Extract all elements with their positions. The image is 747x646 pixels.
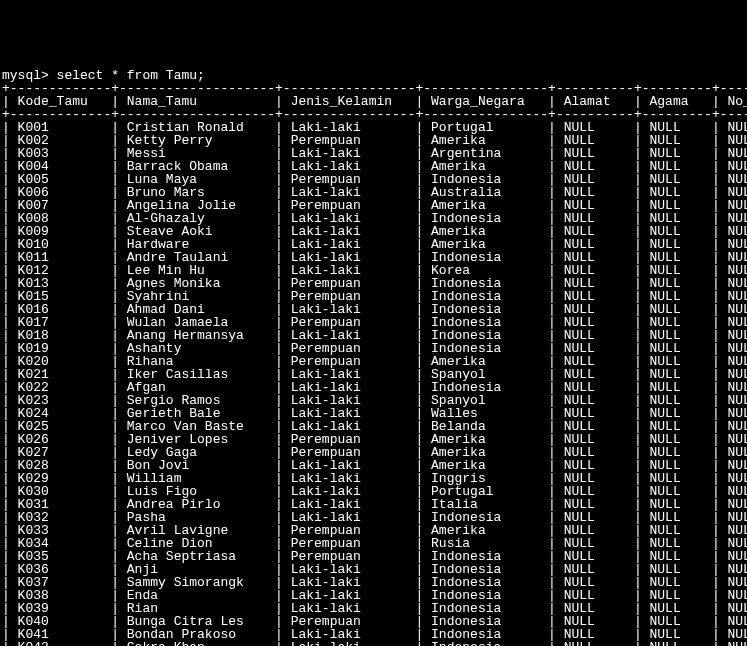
sql-output-table: +-------------+--------------------+----… [2,81,747,646]
mysql-terminal[interactable]: mysql> select * from Tamu; +------------… [0,65,747,646]
